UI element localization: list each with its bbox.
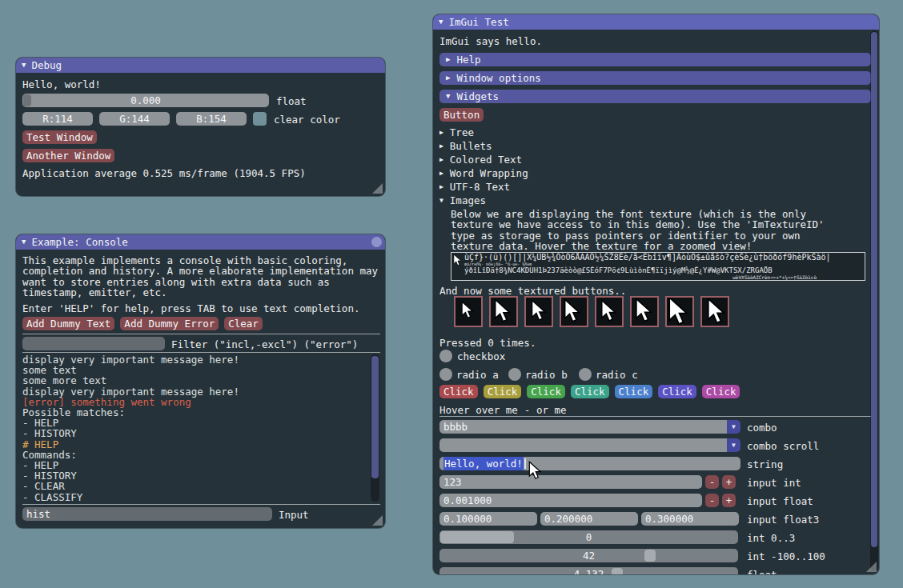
hover-text-first[interactable]: Hover over me: [439, 404, 518, 416]
textured-button-4[interactable]: [560, 296, 588, 327]
checkbox-label: checkbox: [457, 350, 505, 362]
int-minus-button[interactable]: -: [705, 475, 719, 489]
tree-arrow-icon: ▶: [439, 170, 443, 177]
window-console[interactable]: ▼ Example: Console This example implemen…: [16, 234, 385, 528]
textured-button-5[interactable]: [595, 296, 624, 327]
click-button-3[interactable]: Click: [527, 385, 565, 398]
string-input[interactable]: Hello, world!: [439, 457, 740, 470]
resize-grip[interactable]: [372, 183, 383, 194]
click-button-6[interactable]: Click: [658, 385, 696, 398]
button-widget[interactable]: Button: [439, 108, 484, 122]
close-button[interactable]: [371, 237, 382, 247]
log-scrollbar[interactable]: [371, 354, 379, 502]
collapse-arrow-icon[interactable]: ▼: [22, 62, 26, 69]
float-plus-button[interactable]: +: [722, 494, 736, 507]
input-float3-x[interactable]: 0.100000: [439, 512, 537, 526]
radio-a-label: radio a: [456, 369, 499, 381]
textured-button-2[interactable]: [489, 296, 518, 327]
input-float3-label: input float3: [747, 514, 819, 526]
tree-item-word-wrapping[interactable]: ▶Word Wrapping: [439, 167, 528, 179]
input-float3-z[interactable]: 0.300000: [641, 512, 739, 526]
float-minus-button[interactable]: -: [705, 494, 719, 507]
combo-scroll-input[interactable]: [439, 438, 727, 452]
resize-grip[interactable]: [866, 562, 877, 572]
resize-grip[interactable]: [372, 515, 383, 526]
tree-item-images[interactable]: ▼Images: [439, 194, 486, 206]
radio-b-label: radio b: [525, 369, 568, 381]
input-int-field[interactable]: 123: [439, 475, 702, 489]
click-button-7[interactable]: Click: [702, 385, 740, 398]
click-button-2[interactable]: Click: [484, 385, 522, 398]
textured-button-1[interactable]: [454, 296, 483, 327]
combo-arrow-icon: ▼: [732, 442, 736, 449]
another-window-button[interactable]: Another Window: [22, 149, 114, 162]
header-window-options[interactable]: ▶ Window options: [439, 71, 871, 85]
textured-button-6[interactable]: [630, 296, 659, 327]
window-scrollbar[interactable]: [870, 30, 878, 571]
hover-text-row: Hover over me - or me: [439, 404, 567, 416]
intro-text: This example implements a console with b…: [22, 255, 380, 298]
console-titlebar[interactable]: ▼ Example: Console: [16, 234, 385, 250]
debug-titlebar[interactable]: ▼ Debug: [16, 58, 385, 73]
input-float-field[interactable]: 0.001000: [439, 494, 702, 507]
scrollbar-thumb[interactable]: [871, 32, 877, 547]
checkbox[interactable]: [439, 350, 452, 362]
slider-value: 0.000: [22, 94, 269, 107]
click-button-1[interactable]: Click: [439, 385, 478, 398]
cursor-glyph-icon: [668, 296, 689, 326]
combo-input[interactable]: bbbb: [439, 420, 727, 434]
cursor-glyph-icon: [600, 299, 617, 322]
combo-arrow-button[interactable]: ▼: [727, 420, 740, 434]
console-input-label: Input: [279, 509, 309, 521]
filter-input[interactable]: [22, 337, 165, 350]
click-button-4[interactable]: Click: [571, 385, 609, 398]
font-texture[interactable]: ùÇf}·(ü)()[]|X¼ÙB½¾ÒòÓ6ÅÃÃÖ½¼ŠŽ8Éè/å<Èbî…: [451, 252, 865, 281]
imgui-test-titlebar[interactable]: ▼ ImGui Test: [433, 14, 879, 30]
radio-b[interactable]: [508, 368, 521, 381]
slider-int-0-3[interactable]: 0: [439, 530, 738, 544]
header-arrow-icon: ▶: [446, 56, 450, 63]
color-swatch[interactable]: [253, 112, 267, 126]
tree-item-tree[interactable]: ▶Tree: [439, 126, 474, 138]
drag-green[interactable]: G:144: [99, 112, 170, 126]
console-log[interactable]: display very important message here! som…: [22, 354, 367, 502]
window-debug[interactable]: ▼ Debug Hello, world! 0.000 float R:114 …: [16, 58, 385, 196]
log-line: - CLEAR: [22, 481, 367, 491]
tree-item-bullets[interactable]: ▶Bullets: [439, 140, 492, 152]
console-input[interactable]: hist: [22, 507, 272, 521]
tree-arrow-icon: ▼: [439, 198, 443, 204]
textured-button-8[interactable]: [700, 296, 729, 327]
collapse-arrow-icon[interactable]: ▼: [22, 238, 26, 246]
add-dummy-text-button[interactable]: Add Dummy Text: [22, 317, 114, 330]
window-imgui-test[interactable]: ▼ ImGui Test ImGui says hello. ▶ Help ▶ …: [433, 14, 879, 574]
hover-text-second[interactable]: - or me: [524, 404, 567, 416]
textured-button-7[interactable]: [665, 296, 694, 327]
slider-float[interactable]: 4.132: [439, 567, 738, 574]
input-float3-y[interactable]: 0.200000: [540, 512, 638, 526]
string-label: string: [747, 458, 783, 470]
radio-a[interactable]: [439, 368, 452, 381]
log-line: some more text: [22, 375, 367, 386]
header-widgets[interactable]: ▼ Widgets: [439, 90, 871, 103]
tree-item-utf8-text[interactable]: ▶UTF-8 Text: [439, 181, 510, 193]
collapse-arrow-icon[interactable]: ▼: [439, 18, 443, 26]
tree-arrow-icon: ▶: [439, 157, 443, 163]
test-window-button[interactable]: Test Window: [22, 130, 97, 144]
combo-scroll-arrow-button[interactable]: ▼: [727, 438, 740, 452]
combo-arrow-icon: ▼: [732, 424, 736, 430]
clear-button[interactable]: Clear: [224, 317, 263, 330]
textured-button-3[interactable]: [524, 296, 553, 327]
drag-blue[interactable]: B:154: [176, 112, 247, 126]
scrollbar-thumb[interactable]: [371, 356, 379, 478]
add-dummy-error-button[interactable]: Add Dummy Error: [120, 317, 219, 330]
header-help[interactable]: ▶ Help: [439, 53, 871, 66]
drag-red[interactable]: R:114: [22, 112, 93, 126]
int-plus-button[interactable]: +: [722, 475, 736, 489]
tree-arrow-icon: ▶: [439, 143, 443, 150]
tree-item-colored-text[interactable]: ▶Colored Text: [439, 154, 522, 166]
slider-int-range[interactable]: 42: [439, 549, 738, 562]
radio-c[interactable]: [579, 368, 592, 381]
click-button-5[interactable]: Click: [615, 385, 653, 398]
combo-label: combo: [747, 422, 777, 434]
float-slider[interactable]: 0.000: [22, 94, 269, 107]
